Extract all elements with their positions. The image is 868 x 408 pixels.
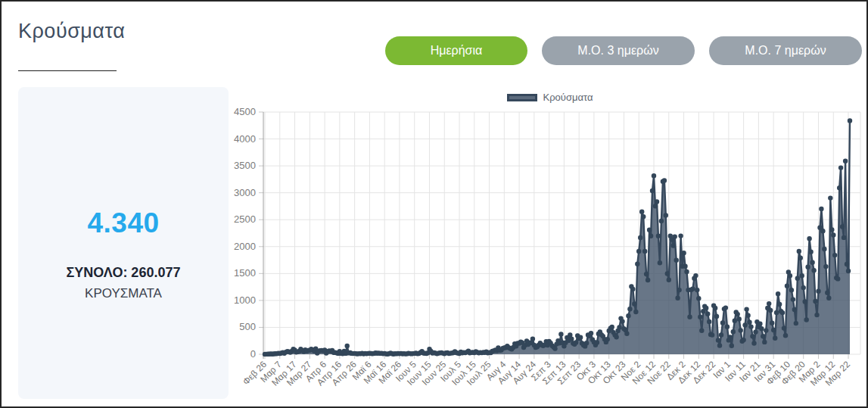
series-line xyxy=(265,120,850,354)
avg-3-day-button[interactable]: Μ.Ο. 3 ημερών xyxy=(542,36,695,65)
cases-unit-label: ΚΡΟΥΣΜΑΤΑ xyxy=(85,286,162,301)
cases-dashboard: Κρούσματα Ημερήσια Μ.Ο. 3 ημερών Μ.Ο. 7 … xyxy=(0,0,868,408)
cases-chart[interactable]: 050010001500200025003000350040004500Φεβ … xyxy=(230,85,868,408)
svg-text:1500: 1500 xyxy=(234,267,256,279)
title-underline xyxy=(18,70,117,71)
svg-text:2000: 2000 xyxy=(234,241,256,252)
svg-text:3500: 3500 xyxy=(234,160,256,171)
total-cases-label: ΣΥΝΟΛΟ: 260.077 xyxy=(67,265,181,281)
svg-text:4000: 4000 xyxy=(234,133,256,145)
daily-cases-value: 4.340 xyxy=(87,207,159,239)
svg-text:4500: 4500 xyxy=(234,106,256,117)
page-title: Κρούσματα xyxy=(18,20,125,43)
svg-text:2500: 2500 xyxy=(234,213,256,225)
svg-text:1000: 1000 xyxy=(234,294,256,306)
series-area xyxy=(265,120,850,354)
svg-text:500: 500 xyxy=(239,321,256,332)
svg-text:3000: 3000 xyxy=(234,187,256,198)
svg-text:0: 0 xyxy=(250,348,256,360)
summary-card: 4.340 ΣΥΝΟΛΟ: 260.077 ΚΡΟΥΣΜΑΤΑ xyxy=(18,87,229,399)
daily-view-button[interactable]: Ημερήσια xyxy=(385,36,527,65)
avg-7-day-button[interactable]: Μ.Ο. 7 ημερών xyxy=(709,36,862,65)
view-toggle-group: Ημερήσια Μ.Ο. 3 ημερών Μ.Ο. 7 ημερών xyxy=(385,36,862,65)
